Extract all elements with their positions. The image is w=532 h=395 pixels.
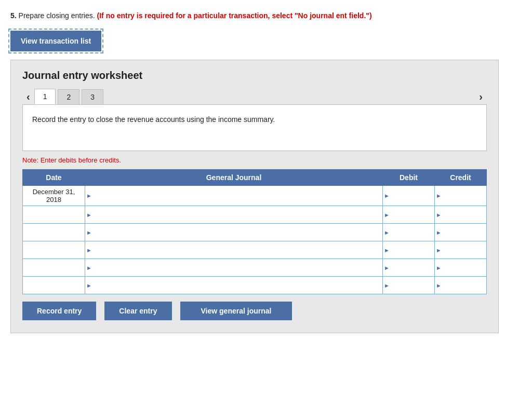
table-row: ►►► bbox=[23, 224, 487, 241]
col-header-journal: General Journal bbox=[85, 170, 383, 186]
credit-input-3[interactable] bbox=[438, 243, 483, 257]
tab-instruction: Record the entry to close the revenue ac… bbox=[32, 115, 477, 124]
journal-arrow-icon: ► bbox=[86, 282, 92, 289]
debit-input-3[interactable] bbox=[386, 243, 431, 257]
tab-2[interactable]: 2 bbox=[58, 89, 79, 104]
debit-arrow-icon: ► bbox=[384, 212, 390, 218]
col-header-credit: Credit bbox=[435, 170, 487, 186]
next-tab-arrow[interactable]: › bbox=[475, 89, 487, 104]
bottom-buttons-row: Record entry Clear entry View general jo… bbox=[22, 302, 487, 320]
credit-input-1[interactable] bbox=[438, 208, 483, 222]
debit-input-2[interactable] bbox=[386, 225, 431, 240]
journal-cell-1[interactable]: ► bbox=[85, 206, 383, 224]
journal-arrow-icon: ► bbox=[86, 229, 92, 236]
journal-arrow-icon: ► bbox=[86, 247, 92, 253]
tab-3[interactable]: 3 bbox=[82, 89, 103, 104]
clear-entry-button[interactable]: Clear entry bbox=[104, 302, 171, 320]
journal-input-1[interactable] bbox=[88, 208, 379, 222]
credit-cell-4[interactable]: ► bbox=[435, 259, 487, 277]
date-cell-2 bbox=[23, 224, 85, 241]
date-cell-5 bbox=[23, 277, 85, 294]
credit-arrow-icon: ► bbox=[436, 229, 442, 236]
view-transaction-list-button[interactable]: View transaction list bbox=[10, 31, 101, 51]
journal-table: Date General Journal Debit Credit Decemb… bbox=[22, 169, 487, 294]
credit-cell-3[interactable]: ► bbox=[435, 241, 487, 259]
debit-arrow-icon: ► bbox=[384, 265, 390, 271]
credit-arrow-icon: ► bbox=[436, 193, 442, 199]
debit-arrow-icon: ► bbox=[384, 247, 390, 253]
credit-input-4[interactable] bbox=[438, 261, 483, 275]
view-general-journal-button[interactable]: View general journal bbox=[180, 302, 292, 320]
debit-input-4[interactable] bbox=[386, 261, 431, 275]
table-row: ►►► bbox=[23, 259, 487, 277]
credit-cell-1[interactable]: ► bbox=[435, 206, 487, 224]
table-row: December 31, 2018►►► bbox=[23, 186, 487, 206]
journal-input-5[interactable] bbox=[88, 278, 379, 293]
credit-input-5[interactable] bbox=[438, 278, 483, 293]
date-cell-4 bbox=[23, 259, 85, 277]
credit-cell-0[interactable]: ► bbox=[435, 186, 487, 206]
table-header-row: Date General Journal Debit Credit bbox=[23, 170, 487, 186]
journal-input-0[interactable] bbox=[88, 188, 379, 203]
tab-content-area: Record the entry to close the revenue ac… bbox=[22, 104, 487, 151]
journal-cell-0[interactable]: ► bbox=[85, 186, 383, 206]
table-row: ►►► bbox=[23, 241, 487, 259]
journal-arrow-icon: ► bbox=[86, 212, 92, 218]
credit-arrow-icon: ► bbox=[436, 212, 442, 218]
debit-arrow-icon: ► bbox=[384, 193, 390, 199]
journal-cell-4[interactable]: ► bbox=[85, 259, 383, 277]
instruction-text: 5. Prepare closing entries. (If no entry… bbox=[10, 10, 522, 21]
journal-input-2[interactable] bbox=[88, 225, 379, 240]
credit-input-2[interactable] bbox=[438, 225, 483, 240]
worksheet-container: Journal entry worksheet ‹ 1 2 3 › Record… bbox=[10, 60, 499, 333]
record-entry-button[interactable]: Record entry bbox=[22, 302, 96, 320]
prev-tab-arrow[interactable]: ‹ bbox=[22, 89, 34, 104]
credit-cell-5[interactable]: ► bbox=[435, 277, 487, 294]
debit-input-5[interactable] bbox=[386, 278, 431, 293]
credit-arrow-icon: ► bbox=[436, 247, 442, 253]
tab-list: 1 2 3 bbox=[34, 89, 475, 104]
debit-cell-2[interactable]: ► bbox=[383, 224, 435, 241]
instruction-body: Prepare closing entries. bbox=[19, 11, 97, 20]
debit-cell-3[interactable]: ► bbox=[383, 241, 435, 259]
journal-cell-5[interactable]: ► bbox=[85, 277, 383, 294]
debit-cell-5[interactable]: ► bbox=[383, 277, 435, 294]
journal-cell-3[interactable]: ► bbox=[85, 241, 383, 259]
debit-cell-4[interactable]: ► bbox=[383, 259, 435, 277]
instruction-number: 5. bbox=[10, 11, 17, 20]
instruction-highlight: (If no entry is required for a particula… bbox=[97, 11, 372, 20]
entry-note: Note: Enter debits before credits. bbox=[22, 156, 487, 164]
debit-arrow-icon: ► bbox=[384, 229, 390, 236]
tabs-navigation: ‹ 1 2 3 › bbox=[22, 89, 487, 104]
journal-arrow-icon: ► bbox=[86, 193, 92, 199]
worksheet-title: Journal entry worksheet bbox=[22, 70, 487, 81]
date-cell-0: December 31, 2018 bbox=[23, 186, 85, 206]
credit-arrow-icon: ► bbox=[436, 282, 442, 289]
journal-input-3[interactable] bbox=[88, 243, 379, 257]
table-row: ►►► bbox=[23, 206, 487, 224]
debit-cell-1[interactable]: ► bbox=[383, 206, 435, 224]
col-header-debit: Debit bbox=[383, 170, 435, 186]
journal-cell-2[interactable]: ► bbox=[85, 224, 383, 241]
col-header-date: Date bbox=[23, 170, 85, 186]
date-cell-3 bbox=[23, 241, 85, 259]
tab-1[interactable]: 1 bbox=[34, 89, 56, 104]
credit-cell-2[interactable]: ► bbox=[435, 224, 487, 241]
debit-cell-0[interactable]: ► bbox=[383, 186, 435, 206]
table-row: ►►► bbox=[23, 277, 487, 294]
credit-arrow-icon: ► bbox=[436, 265, 442, 271]
journal-arrow-icon: ► bbox=[86, 265, 92, 271]
debit-input-1[interactable] bbox=[386, 208, 431, 222]
date-cell-1 bbox=[23, 206, 85, 224]
journal-input-4[interactable] bbox=[88, 261, 379, 275]
debit-input-0[interactable] bbox=[386, 188, 431, 203]
debit-arrow-icon: ► bbox=[384, 282, 390, 289]
credit-input-0[interactable] bbox=[438, 188, 483, 203]
